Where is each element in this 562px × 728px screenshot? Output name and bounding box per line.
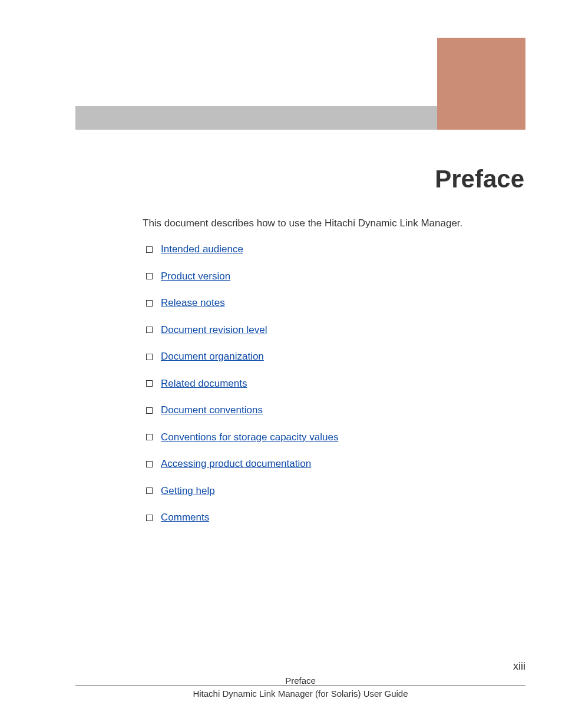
square-bullet-icon: [146, 273, 153, 279]
square-bullet-icon: [146, 487, 153, 494]
toc-link-document-organization[interactable]: Document organization: [161, 351, 264, 363]
square-bullet-icon: [146, 246, 153, 253]
toc-link-document-conventions[interactable]: Document conventions: [161, 404, 263, 416]
toc-item: Conventions for storage capacity values: [146, 431, 338, 443]
square-bullet-icon: [146, 461, 153, 467]
toc-link-document-revision-level[interactable]: Document revision level: [161, 324, 267, 336]
grey-bar: [75, 106, 437, 130]
toc-list: Intended audience Product version Releas…: [146, 243, 338, 539]
toc-link-getting-help[interactable]: Getting help: [161, 485, 215, 497]
toc-item: Release notes: [146, 297, 338, 309]
toc-link-product-version[interactable]: Product version: [161, 271, 230, 282]
toc-item: Related documents: [146, 378, 338, 390]
footer-divider: [75, 686, 525, 686]
page-title: Preface: [435, 165, 524, 193]
toc-item: Getting help: [146, 485, 338, 497]
toc-link-related-documents[interactable]: Related documents: [161, 378, 247, 390]
toc-link-release-notes[interactable]: Release notes: [161, 297, 225, 309]
footer-doc-title: Hitachi Dynamic Link Manager (for Solari…: [75, 689, 525, 699]
header-band: [75, 38, 525, 130]
square-bullet-icon: [146, 380, 153, 387]
square-bullet-icon: [146, 407, 153, 414]
square-bullet-icon: [146, 327, 153, 333]
toc-item: Product version: [146, 271, 338, 282]
square-bullet-icon: [146, 300, 153, 307]
toc-link-intended-audience[interactable]: Intended audience: [161, 243, 243, 255]
toc-item: Accessing product documentation: [146, 458, 338, 470]
page-footer: xiii Preface Hitachi Dynamic Link Manage…: [75, 676, 525, 699]
page-number: xiii: [513, 660, 525, 673]
toc-link-conventions-storage-capacity[interactable]: Conventions for storage capacity values: [161, 431, 338, 443]
footer-section-label: Preface: [75, 676, 525, 686]
toc-link-accessing-product-documentation[interactable]: Accessing product documentation: [161, 458, 311, 470]
square-bullet-icon: [146, 515, 153, 521]
toc-item: Document organization: [146, 351, 338, 363]
toc-item: Comments: [146, 512, 338, 523]
square-bullet-icon: [146, 434, 153, 440]
square-bullet-icon: [146, 354, 153, 360]
toc-item: Document conventions: [146, 404, 338, 416]
accent-block: [437, 38, 525, 130]
toc-item: Intended audience: [146, 243, 338, 255]
toc-item: Document revision level: [146, 324, 338, 336]
intro-text: This document describes how to use the H…: [143, 218, 462, 229]
toc-link-comments[interactable]: Comments: [161, 512, 209, 523]
